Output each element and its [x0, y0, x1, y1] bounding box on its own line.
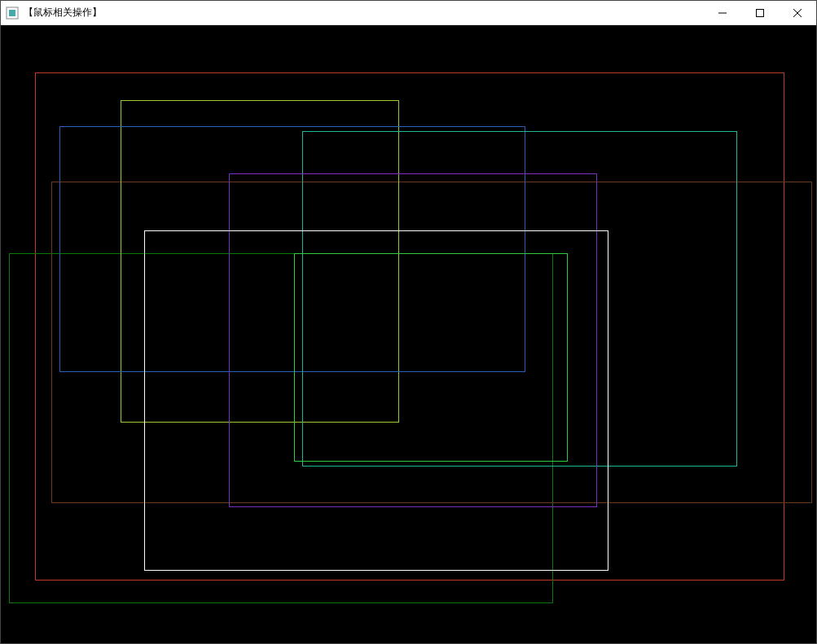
rect-green	[294, 253, 568, 462]
window-controls	[704, 1, 816, 24]
svg-rect-3	[757, 9, 764, 16]
drawing-canvas[interactable]	[1, 25, 816, 643]
window-title: 【鼠标相关操作】	[24, 6, 704, 20]
app-window: 【鼠标相关操作】	[0, 0, 817, 644]
minimize-button[interactable]	[704, 1, 741, 24]
app-icon	[6, 7, 19, 20]
maximize-button[interactable]	[741, 1, 779, 24]
svg-rect-1	[9, 10, 15, 16]
close-button[interactable]	[779, 1, 816, 24]
titlebar[interactable]: 【鼠标相关操作】	[1, 1, 816, 25]
